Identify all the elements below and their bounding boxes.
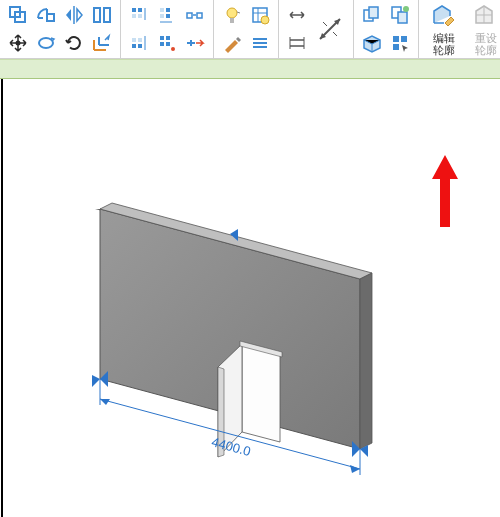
svg-rect-12 — [138, 44, 142, 48]
svg-point-23 — [171, 47, 175, 51]
svg-rect-16 — [166, 8, 170, 12]
reset-profile-button: 重设 轮廓 — [465, 1, 500, 57]
tool-rotate-open[interactable] — [33, 30, 59, 56]
svg-rect-25 — [197, 13, 202, 18]
svg-rect-10 — [138, 14, 142, 18]
svg-point-34 — [403, 6, 409, 12]
tool-array[interactable] — [182, 2, 208, 28]
ribbon-group-profile: 编辑 轮廓 重设 轮廓 — [419, 0, 500, 58]
edit-profile-button[interactable]: 编辑 轮廓 — [423, 1, 465, 57]
reset-profile-label: 重设 轮廓 — [475, 32, 497, 56]
ribbon-toolbar: 编辑 轮廓 重设 轮廓 — [0, 0, 500, 59]
svg-marker-52 — [100, 399, 110, 405]
options-bar — [0, 59, 500, 79]
align-top[interactable] — [126, 2, 152, 28]
svg-rect-33 — [398, 12, 407, 23]
viewport-3d[interactable]: 4400.0 — [0, 79, 500, 517]
tool-split[interactable] — [89, 2, 115, 28]
align-left[interactable] — [154, 2, 180, 28]
svg-rect-19 — [160, 36, 164, 40]
svg-rect-11 — [132, 44, 136, 48]
svg-rect-37 — [393, 44, 399, 50]
tool-linework[interactable] — [219, 30, 245, 56]
svg-rect-14 — [138, 38, 142, 42]
svg-rect-27 — [230, 18, 234, 23]
tool-create-similar[interactable] — [359, 2, 385, 28]
annotation-arrow — [430, 155, 460, 235]
svg-marker-42 — [360, 273, 372, 449]
tool-offset[interactable] — [89, 30, 115, 56]
svg-rect-24 — [187, 13, 192, 18]
svg-rect-20 — [166, 36, 170, 40]
tool-thin-lines[interactable] — [247, 30, 273, 56]
svg-point-2 — [16, 41, 21, 46]
tool-dimension[interactable] — [284, 30, 310, 56]
tool-measure[interactable] — [284, 2, 310, 28]
align-bottom[interactable] — [126, 30, 152, 56]
svg-marker-47 — [92, 375, 100, 387]
ribbon-group-view — [214, 0, 279, 58]
svg-rect-15 — [160, 8, 164, 12]
edit-profile-icon — [430, 2, 458, 30]
tool-move[interactable] — [5, 30, 31, 56]
svg-point-29 — [261, 16, 269, 24]
tool-select-all[interactable] — [387, 30, 413, 56]
model-3d-scene: 4400.0 — [0, 79, 500, 517]
tool-pin[interactable] — [182, 30, 208, 56]
tool-filter[interactable] — [247, 2, 273, 28]
svg-rect-8 — [138, 8, 142, 12]
tool-load-family[interactable] — [359, 30, 385, 56]
tool-mirror[interactable] — [61, 2, 87, 28]
tool-cycle[interactable] — [61, 30, 87, 56]
edit-profile-label: 编辑 轮廓 — [433, 32, 455, 56]
tool-visibility[interactable] — [219, 2, 245, 28]
svg-rect-6 — [104, 8, 110, 22]
svg-rect-36 — [401, 36, 407, 42]
svg-marker-38 — [432, 155, 458, 227]
svg-rect-3 — [47, 14, 54, 21]
svg-rect-35 — [393, 36, 399, 42]
svg-point-4 — [39, 38, 53, 48]
align-right[interactable] — [154, 30, 180, 56]
ribbon-group-create — [354, 0, 419, 58]
svg-rect-7 — [132, 8, 136, 12]
svg-rect-22 — [166, 42, 170, 46]
svg-rect-18 — [166, 14, 170, 18]
svg-rect-31 — [369, 7, 378, 18]
tool-join[interactable] — [33, 2, 59, 28]
svg-marker-53 — [350, 465, 360, 473]
tool-copy-type[interactable] — [387, 2, 413, 28]
reset-profile-icon — [472, 2, 500, 30]
tool-measure-big[interactable] — [312, 4, 348, 54]
svg-rect-13 — [132, 38, 136, 42]
svg-rect-5 — [94, 8, 100, 22]
ribbon-group-modify — [0, 0, 121, 58]
svg-rect-17 — [160, 14, 164, 18]
ribbon-group-align — [121, 0, 214, 58]
ribbon-group-measure — [279, 0, 354, 58]
svg-rect-9 — [132, 14, 136, 18]
svg-marker-43 — [242, 344, 280, 442]
tool-copy[interactable] — [5, 2, 31, 28]
svg-point-26 — [227, 8, 237, 18]
svg-rect-21 — [160, 42, 164, 46]
